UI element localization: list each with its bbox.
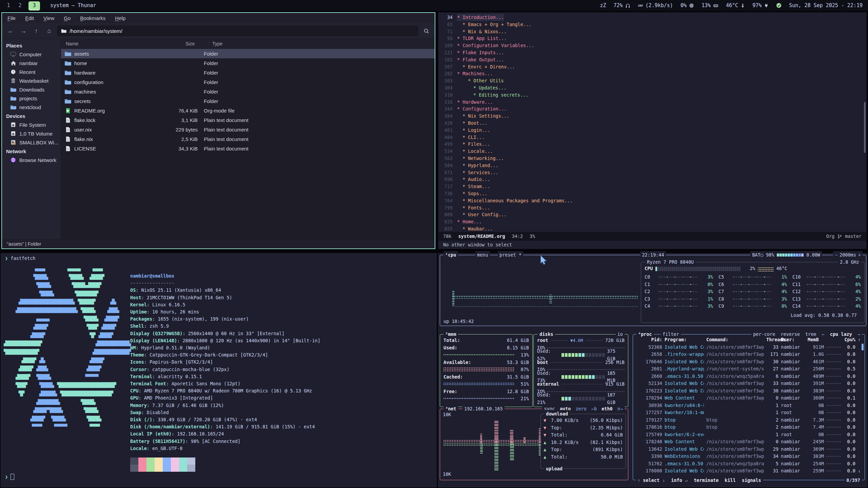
forward-icon[interactable]: → — [18, 26, 28, 36]
org-heading[interactable]: 344* Configuration... — [438, 105, 863, 113]
search-icon[interactable] — [421, 26, 431, 36]
workspace-2[interactable]: 2 — [17, 1, 23, 9]
org-heading[interactable]: 304* Updates... — [438, 84, 863, 92]
interval-minus[interactable]: − — [835, 251, 837, 259]
menu-edit[interactable]: Edit — [25, 15, 34, 21]
proc-key-select[interactable]: ↑ select ↓ — [637, 476, 665, 484]
org-heading[interactable]: 121* Flake Inputs... — [438, 49, 863, 56]
column-name[interactable]: Name — [61, 41, 183, 47]
process-row[interactable]: 179127btopbtop2nambiar7.3M0.0 — [636, 416, 862, 424]
org-heading[interactable]: 855* Waubar... — [438, 225, 863, 232]
process-row[interactable]: 176000Isolated Web Co/nix/store/sm8fmrf3… — [636, 467, 862, 475]
iface-next[interactable]: n→ — [617, 405, 623, 412]
emacs-scrollbar[interactable] — [864, 102, 866, 153]
menu-button[interactable]: menu — [475, 251, 490, 259]
process-row[interactable]: 38936kworker/u64:6-kc1root0B0.0 — [636, 402, 862, 409]
workspace-1[interactable]: 1 — [5, 1, 12, 9]
path-bar[interactable]: /home/nambiar/system/ — [57, 25, 418, 36]
org-heading[interactable]: 65* Emacs + Org + Tangle... — [438, 21, 863, 28]
org-heading[interactable]: 534* Locale... — [438, 148, 863, 155]
org-heading[interactable]: 93* TLDR App List... — [438, 35, 863, 42]
org-heading[interactable]: 484* CLI... — [438, 134, 863, 141]
menu-go[interactable]: Go — [64, 15, 71, 21]
file-row[interactable]: README.org76,4 KiBOrg-mode file — [61, 106, 435, 115]
process-row[interactable]: 178294Web Content/nix/store/sm8fmrf3wps4… — [636, 394, 862, 402]
back-icon[interactable]: ← — [5, 26, 16, 36]
process-row[interactable]: 176223Isolated Web Co/nix/store/sm8fmrf3… — [636, 387, 862, 395]
proc-key-info[interactable]: info ↵ — [671, 476, 688, 484]
org-heading[interactable]: 698* Audio... — [438, 176, 863, 183]
file-row[interactable]: homeFolder — [61, 58, 435, 68]
sidebar-item-recent[interactable]: Recent — [2, 67, 61, 76]
org-heading[interactable]: 717* Steam... — [438, 183, 863, 190]
org-heading[interactable]: 34* Introduction... — [438, 14, 863, 21]
org-heading[interactable]: 303* Other Utils — [438, 77, 863, 84]
sidebar-item-nambiar[interactable]: nambiar — [2, 59, 61, 67]
org-heading[interactable]: 584* Hyprland... — [438, 162, 863, 169]
process-row[interactable]: 2660.emacs-31.0.50-/nix/store/wnqz5pa8ra… — [636, 373, 862, 380]
process-row[interactable]: 52134Isolated Web Co/nix/store/sm8fmrf3w… — [636, 380, 862, 387]
iface-prev[interactable]: ←b — [591, 405, 597, 412]
file-row[interactable]: configurationFolder — [61, 77, 435, 87]
cpu-box-title[interactable]: ¹cpu — [443, 251, 458, 259]
file-row[interactable]: user.nix229 bytesPlain text document — [61, 125, 435, 134]
org-heading[interactable]: 461* Login... — [438, 127, 863, 134]
org-heading[interactable]: 825* Home... — [438, 218, 863, 225]
process-row[interactable]: 175749kworker/6:2-even1root0B0.0 — [636, 431, 862, 439]
process-row[interactable]: 178616btopbtop2nambiar7.4M0.0 — [636, 424, 862, 431]
org-heading[interactable]: 428* Boot... — [438, 120, 863, 127]
org-heading[interactable]: 162* Flake Output... — [438, 56, 863, 63]
sidebar-item-file-system[interactable]: File System — [2, 120, 61, 129]
org-heading[interactable]: 282* Machines... — [438, 70, 863, 77]
menu-view[interactable]: View — [43, 15, 54, 21]
process-row[interactable]: 178248Web Content/nix/store/sm8fmrf3wps4… — [636, 438, 862, 446]
column-size[interactable]: Size — [183, 41, 209, 47]
net-zero[interactable]: zero — [575, 405, 587, 412]
workspace-3[interactable]: 3 — [28, 1, 40, 9]
home-icon[interactable]: ⌂ — [44, 26, 54, 36]
org-heading[interactable]: 267* Envrc + Direnv... — [438, 63, 863, 70]
process-row[interactable]: 176646Isolated Web Co/nix/store/sm8fmrf3… — [636, 358, 862, 366]
proc-scrollbar[interactable] — [862, 344, 864, 350]
process-row[interactable]: 3390WebExtensions/nix/store/sm8fmrf3wps4… — [636, 453, 862, 460]
menu-bookmarks[interactable]: Bookmarks — [80, 15, 105, 21]
org-heading[interactable]: 563* Networking... — [438, 155, 863, 162]
menu-help[interactable]: Help — [115, 15, 125, 21]
proc-key-signals[interactable]: signals — [742, 476, 761, 484]
sidebar-item-computer[interactable]: Computer — [2, 50, 61, 59]
org-heading[interactable]: 764* Miscellaneous Packages and Programs… — [438, 197, 863, 204]
file-row[interactable]: secretsFolder — [61, 96, 435, 106]
file-row[interactable]: LICENSE34,3 KiBPlain text document — [61, 144, 435, 153]
file-row[interactable]: machinesFolder — [61, 87, 435, 96]
preset-button[interactable]: preset * — [498, 251, 523, 259]
column-type[interactable]: Type — [209, 41, 222, 47]
interval-plus[interactable]: + — [858, 251, 861, 259]
org-heading[interactable]: 499* Files... — [438, 141, 863, 148]
sidebar-item-browse-network[interactable]: Browse Network — [2, 156, 61, 164]
org-heading[interactable]: 71* Nix & Nixos... — [438, 28, 863, 35]
sidebar-item-smallbox-wi-[interactable]: SMALLBOX Wi... — [2, 138, 61, 147]
org-heading[interactable]: 809* User Config... — [438, 211, 863, 218]
sidebar-item-1-0-tb-volume[interactable]: 1,0 TB Volume — [2, 129, 61, 138]
org-heading[interactable]: 316* Hardware... — [438, 99, 863, 106]
process-row[interactable]: 2658.firefox-wrappe/nix/store/sm8fmrf3wp… — [636, 351, 862, 358]
process-row[interactable]: 51762.emacs-31.0.50-/nix/store/wnqz5pa8r… — [636, 460, 862, 468]
process-row[interactable]: 13642Isolated Web Co/nix/store/sm8fmrf3w… — [636, 446, 862, 453]
file-row[interactable]: hardwareFolder — [61, 68, 435, 77]
proc-key-terminate[interactable]: terminate — [694, 476, 718, 484]
file-row[interactable]: flake.nix2,5 KiBPlain text document — [61, 134, 435, 144]
file-row[interactable]: flake.lock3,1 KiBPlain text document — [61, 115, 435, 125]
sidebar-item-downloads[interactable]: Downloads — [2, 85, 61, 94]
sidebar-item-projects[interactable]: projects — [2, 94, 61, 103]
org-heading[interactable]: 671* Services... — [438, 169, 863, 176]
process-row[interactable]: 52368Isolated Web Co/nix/store/sm8fmrf3w… — [636, 344, 862, 351]
process-row[interactable]: 177257kworker/10:1-mm_1root0B0.0 — [636, 409, 862, 416]
file-row[interactable]: assetsFolder — [61, 49, 435, 58]
sidebar-item-nextcloud[interactable]: nextcloud — [2, 103, 61, 111]
process-row[interactable]: 2601.Hyprland-wrapp/run/current-system/s… — [636, 365, 862, 373]
org-heading[interactable]: 384* Nix Settings... — [438, 113, 863, 120]
prompt-line-2[interactable]: ❯ — [5, 474, 14, 480]
up-icon[interactable]: ↑ — [31, 26, 41, 36]
menu-file[interactable]: File — [7, 15, 16, 21]
proc-key-kill[interactable]: kill — [725, 476, 736, 484]
